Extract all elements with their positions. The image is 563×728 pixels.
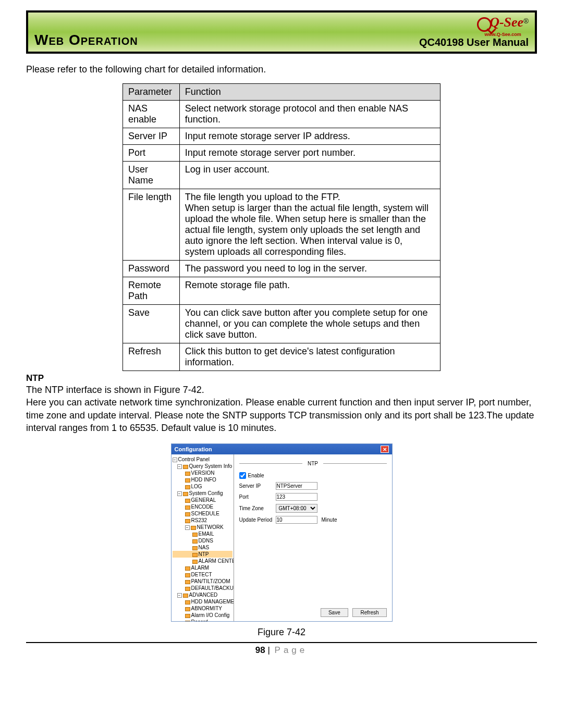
tree-item: NAS — [173, 544, 232, 551]
tree-item: −ADVANCED — [173, 591, 232, 598]
table-row: PasswordThe password you need to log in … — [123, 261, 440, 277]
table-row: Server IPInput remote storage server IP … — [123, 128, 440, 145]
table-row: User NameLog in user account. — [123, 162, 440, 189]
tree-item: HDD INFO — [173, 476, 232, 483]
window-title: Configuration — [175, 446, 212, 452]
brand-logo: Q-See® www.Q-See.com — [477, 15, 529, 37]
tree-item: −Control Panel — [173, 456, 232, 463]
ntp-heading: NTP — [26, 373, 537, 384]
magnifier-icon — [477, 17, 492, 32]
folder-icon — [185, 566, 190, 571]
th-function: Function — [179, 84, 440, 101]
page-subtitle: QC40198 User Manual — [419, 36, 529, 48]
enable-checkbox[interactable] — [239, 472, 246, 479]
table-row: Remote PathRemote storage file path. — [123, 277, 440, 305]
folder-icon — [192, 560, 198, 564]
tree-item: DDNS — [173, 537, 232, 544]
tree-item: DETECT — [173, 571, 232, 578]
save-button[interactable]: Save — [321, 608, 348, 617]
folder-icon — [185, 512, 190, 516]
tree-item-selected: NTP — [173, 551, 232, 558]
folder-icon — [192, 539, 198, 544]
enable-label: Enable — [248, 473, 285, 478]
update-period-input[interactable] — [276, 516, 317, 524]
folder-icon — [192, 546, 198, 550]
tree-item: ABNORMITY — [173, 605, 232, 612]
parameter-table: Parameter Function NAS enableSelect netw… — [123, 83, 440, 371]
close-icon[interactable]: ✕ — [381, 446, 389, 453]
panel-heading: NTP — [302, 461, 323, 466]
intro-text: Please refer to the following chart for … — [26, 64, 537, 75]
folder-icon — [185, 573, 190, 577]
server-ip-label: Server IP — [239, 483, 276, 489]
table-row: PortInput remote storage server port num… — [123, 145, 440, 162]
update-period-label: Update Period — [239, 517, 276, 523]
table-row: File lengthThe file length you upload to… — [123, 189, 440, 261]
tree-item: HDD MANAGEMENT — [173, 598, 232, 605]
tree-item: −NETWORK — [173, 524, 232, 530]
folder-icon — [192, 533, 198, 537]
tree-item: DEFAULT/BACKUP — [173, 585, 232, 591]
folder-icon — [191, 526, 196, 530]
tree-item: −Query System Info — [173, 463, 232, 470]
tree-item: −System Config — [173, 490, 232, 497]
tree-item: LOG — [173, 483, 232, 490]
folder-icon — [185, 600, 190, 604]
timezone-label: Time Zone — [239, 505, 276, 511]
tree-item: ALARM CENTER — [173, 558, 232, 564]
folder-icon — [185, 580, 190, 584]
page-footer: 98 | Page — [26, 642, 537, 656]
tree-item: GENERAL — [173, 497, 232, 503]
tree-item: SCHEDULE — [173, 510, 232, 517]
folder-icon — [185, 472, 190, 476]
ntp-body: The NTP interface is shown in Figure 7-4… — [26, 384, 537, 434]
folder-icon — [183, 492, 188, 496]
folder-icon — [185, 485, 190, 489]
folder-icon — [185, 499, 190, 503]
port-input[interactable] — [276, 493, 317, 501]
page-header: Q-See® www.Q-See.com Web Operation QC401… — [26, 10, 537, 54]
page-number: 98 — [255, 645, 265, 655]
tree-item: RS232 — [173, 517, 232, 524]
th-parameter: Parameter — [123, 84, 180, 101]
nav-tree[interactable]: −Control Panel −Query System Info VERSIO… — [172, 454, 234, 621]
table-row: SaveYou can click save button after you … — [123, 305, 440, 343]
folder-icon — [183, 594, 188, 598]
folder-icon — [185, 519, 190, 523]
port-label: Port — [239, 494, 276, 500]
page-word: Page — [275, 645, 308, 655]
folder-icon — [185, 614, 190, 618]
configuration-window: Configuration ✕ −Control Panel −Query Sy… — [171, 443, 393, 622]
refresh-button[interactable]: Refresh — [352, 608, 386, 617]
folder-icon — [185, 505, 190, 510]
tree-item: Record — [173, 619, 232, 621]
folder-icon — [185, 621, 190, 622]
timezone-select[interactable]: GMT+08:00 — [276, 504, 317, 513]
logo-text: Q-See — [489, 15, 523, 30]
tree-item: EMAIL — [173, 530, 232, 537]
folder-icon — [185, 607, 190, 611]
table-row: NAS enableSelect network storage protoco… — [123, 101, 440, 128]
server-ip-input[interactable] — [276, 482, 317, 490]
registered-mark: ® — [523, 17, 529, 25]
tree-item: PAN/TILT/ZOOM — [173, 578, 232, 585]
folder-icon — [185, 587, 190, 591]
settings-panel: NTP Enable Server IP Port Time ZoneGMT+0… — [234, 454, 392, 621]
tree-item: ENCODE — [173, 503, 232, 510]
folder-icon — [183, 465, 188, 469]
tree-item: ALARM — [173, 564, 232, 571]
page-title: Web Operation — [34, 32, 138, 48]
folder-icon — [192, 553, 198, 557]
tree-item: VERSION — [173, 470, 232, 476]
folder-icon — [185, 478, 190, 483]
tree-item: Alarm I/O Config — [173, 612, 232, 619]
figure-caption: Figure 7-42 — [26, 627, 537, 638]
table-row: RefreshClick this button to get device's… — [123, 343, 440, 371]
unit-label: Minute — [322, 517, 337, 523]
